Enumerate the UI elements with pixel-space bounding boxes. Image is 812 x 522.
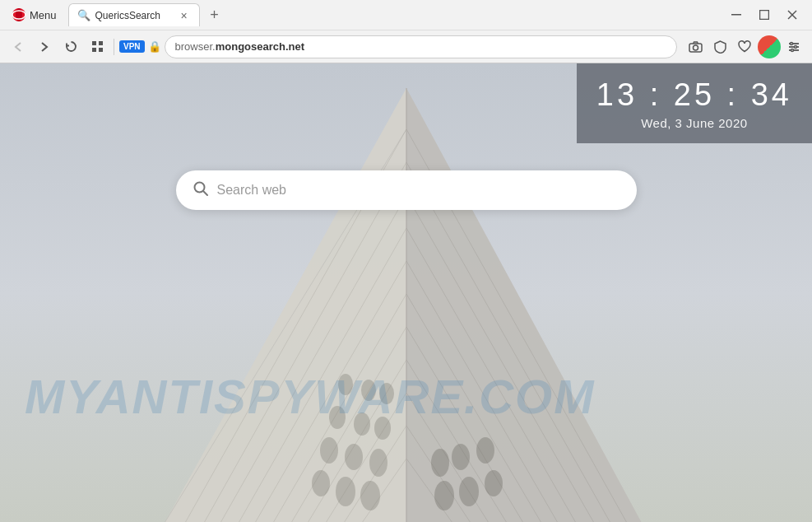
grid-icon	[91, 40, 104, 53]
settings-button[interactable]	[782, 35, 805, 58]
new-tab-button[interactable]: +	[203, 3, 226, 26]
reload-icon	[65, 40, 77, 53]
svg-point-50	[369, 449, 387, 477]
camera-button[interactable]	[684, 35, 707, 58]
search-container	[176, 170, 637, 210]
svg-point-61	[452, 444, 470, 470]
svg-rect-7	[92, 41, 96, 45]
tab-favicon: 🔍	[77, 9, 90, 21]
svg-point-48	[320, 437, 338, 464]
svg-line-65	[203, 191, 207, 195]
nav-right-icons	[684, 35, 805, 58]
svg-point-52	[354, 412, 370, 436]
menu-label: Menu	[30, 9, 57, 21]
svg-point-45	[336, 477, 355, 506]
svg-point-54	[338, 374, 353, 395]
nav-separator	[114, 39, 114, 55]
maximize-button[interactable]	[751, 3, 777, 26]
window-controls	[723, 3, 805, 26]
svg-point-18	[791, 49, 794, 51]
search-box	[176, 170, 637, 210]
back-button[interactable]	[7, 35, 30, 58]
clock-date: Wed, 3 June 2020	[596, 116, 792, 130]
grid-button[interactable]	[86, 35, 109, 58]
svg-rect-10	[99, 48, 103, 52]
svg-point-49	[345, 444, 363, 470]
nav-bar: VPN 🔒 browser.mongosearch.net	[0, 30, 812, 63]
svg-point-12	[693, 45, 698, 50]
shield-icon	[714, 40, 726, 54]
opera-logo-icon	[12, 7, 26, 22]
address-bar[interactable]: browser.mongosearch.net	[165, 35, 677, 58]
browser-content: 13 : 25 : 34 Wed, 3 June 2020 MYANTISPYW…	[0, 63, 812, 522]
svg-point-58	[485, 470, 503, 496]
close-icon	[787, 10, 797, 20]
tab-label: QuericsSearch	[95, 10, 173, 21]
camera-icon	[689, 41, 703, 53]
svg-rect-9	[92, 48, 96, 52]
title-bar: Menu 🔍 QuericsSearch × +	[0, 0, 812, 30]
svg-rect-4	[760, 11, 769, 20]
magnifier-icon	[193, 180, 209, 197]
maximize-icon	[759, 10, 769, 20]
heart-button[interactable]	[733, 35, 756, 58]
minimize-icon	[731, 14, 741, 16]
svg-rect-3	[731, 14, 741, 16]
svg-point-16	[791, 42, 793, 44]
active-tab[interactable]: 🔍 QuericsSearch ×	[68, 3, 200, 26]
tab-close-button[interactable]: ×	[178, 9, 191, 22]
reload-button[interactable]	[59, 35, 82, 58]
tabs-area: 🔍 QuericsSearch × +	[68, 0, 723, 30]
svg-point-59	[434, 481, 454, 510]
search-input[interactable]	[217, 183, 620, 198]
svg-point-62	[431, 449, 449, 477]
clock-time: 13 : 25 : 34	[596, 78, 792, 113]
svg-point-60	[476, 437, 494, 464]
forward-icon	[39, 41, 50, 53]
heart-icon	[738, 40, 751, 53]
svg-point-57	[459, 477, 479, 506]
settings-icon	[787, 40, 800, 54]
svg-point-17	[795, 45, 797, 48]
search-icon	[193, 180, 209, 201]
extension-colored-icon	[758, 35, 781, 58]
vpn-badge[interactable]: VPN	[119, 40, 145, 53]
svg-point-53	[374, 417, 391, 440]
address-prefix: browser.	[175, 40, 216, 53]
svg-point-55	[361, 380, 376, 401]
svg-point-51	[329, 406, 346, 429]
address-domain: mongosearch.net	[216, 40, 304, 53]
svg-point-47	[360, 481, 380, 510]
svg-point-56	[379, 383, 394, 404]
forward-button[interactable]	[33, 35, 56, 58]
svg-point-46	[312, 470, 330, 496]
back-icon	[12, 41, 24, 53]
shield-button[interactable]	[708, 35, 731, 58]
menu-button[interactable]: Menu	[7, 6, 62, 24]
close-button[interactable]	[779, 3, 805, 26]
minimize-button[interactable]	[723, 3, 749, 26]
extensions-icon[interactable]	[758, 35, 781, 58]
clock-widget: 13 : 25 : 34 Wed, 3 June 2020	[577, 63, 812, 143]
svg-rect-8	[99, 41, 103, 45]
lock-icon: 🔒	[148, 40, 161, 53]
browser-chrome: Menu 🔍 QuericsSearch × +	[0, 0, 812, 63]
